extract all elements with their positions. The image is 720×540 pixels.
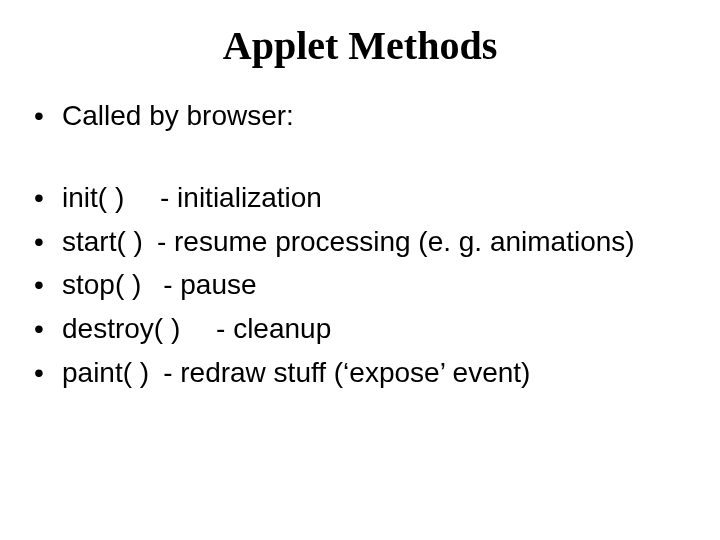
bullet-list-main: init( ) - initialization start( ) - resu…	[28, 179, 692, 392]
bullet-item: Called by browser:	[28, 97, 692, 135]
bullet-item: stop( ) - pause	[28, 266, 692, 304]
slide-body: Called by browser: init( ) - initializat…	[28, 97, 692, 392]
bullet-item: init( ) - initialization	[28, 179, 692, 217]
slide: Applet Methods Called by browser: init( …	[0, 0, 720, 540]
bullet-list-top: Called by browser:	[28, 97, 692, 135]
bullet-item: destroy( ) - cleanup	[28, 310, 692, 348]
spacer	[28, 141, 692, 179]
slide-title: Applet Methods	[28, 22, 692, 69]
bullet-item: paint( ) - redraw stuff (‘expose’ event)	[28, 354, 692, 392]
bullet-item: start( ) - resume processing (e. g. anim…	[28, 223, 692, 261]
